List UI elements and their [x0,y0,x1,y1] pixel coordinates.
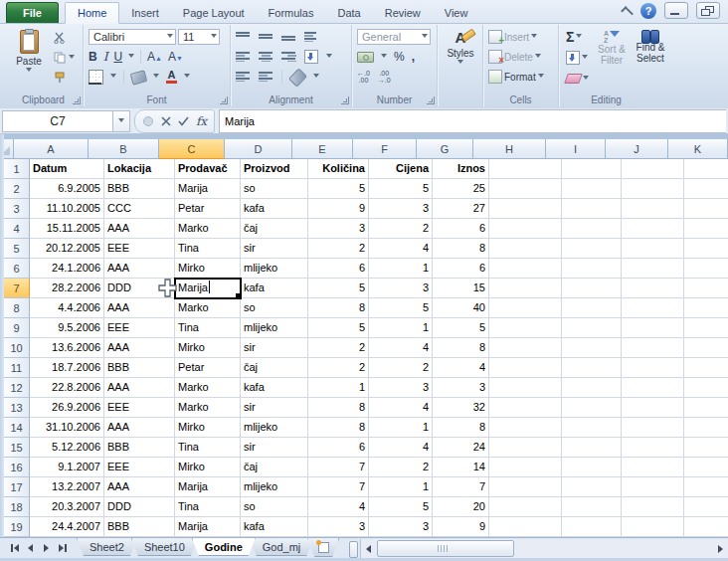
cell-H12[interactable] [489,378,562,398]
sheet-tab-god_mj[interactable]: God_mj [250,538,314,556]
cell-H17[interactable] [489,477,562,497]
cell-I5[interactable] [562,239,622,259]
cell-F6[interactable]: 1 [369,259,433,279]
clipboard-dialog-launcher-icon[interactable] [73,96,81,104]
cell-I10[interactable] [562,338,622,358]
alignment-dialog-launcher-icon[interactable] [341,96,349,104]
cell-H13[interactable] [489,398,562,418]
cell-I13[interactable] [562,398,622,418]
cell-K13[interactable] [684,398,728,418]
minimize-window-button[interactable] [664,2,688,19]
cell-H16[interactable] [489,458,562,477]
cell-G8[interactable]: 40 [433,298,489,318]
cut-button[interactable] [52,29,77,47]
column-header-E[interactable]: E [292,139,353,159]
row-header-16[interactable]: 16 [4,458,30,477]
cell-E15[interactable]: 6 [308,438,369,458]
paste-button[interactable]: Paste [9,27,49,91]
row-header-18[interactable]: 18 [4,497,30,517]
column-header-D[interactable]: D [225,139,292,159]
column-header-B[interactable]: B [89,139,159,159]
cell-I8[interactable] [562,298,622,318]
paste-dropdown-icon[interactable] [26,68,32,75]
cell-A9[interactable]: 9.5.2006 [30,318,104,338]
cell-J7[interactable] [622,279,684,298]
ribbon-tab-insert[interactable]: Insert [119,3,171,23]
cell-G6[interactable]: 6 [433,259,489,279]
cell-D2[interactable]: so [241,179,308,199]
cell-I6[interactable] [562,259,622,279]
cell-K2[interactable] [684,179,728,199]
cell-D14[interactable]: mlijeko [241,418,308,438]
middle-align-icon[interactable] [259,32,273,42]
cell-I17[interactable] [562,477,622,497]
cell-G9[interactable]: 5 [433,318,489,338]
cell-E9[interactable]: 5 [308,318,369,338]
cell-K15[interactable] [684,438,728,458]
cell-F15[interactable]: 4 [369,438,433,458]
cell-B6[interactable]: AAA [104,259,175,279]
fill-handle[interactable] [235,292,241,298]
align-left-icon[interactable] [236,52,251,62]
cell-F7[interactable]: 3 [369,279,433,298]
cell-C7[interactable]: Marija [175,279,241,298]
cell-J6[interactable] [622,259,684,279]
cell-J1[interactable] [622,159,684,179]
cell-I18[interactable] [562,497,622,517]
font-size-select[interactable]: 11 [178,29,220,45]
cell-B4[interactable]: AAA [104,219,175,239]
cell-J9[interactable] [622,318,684,338]
cell-K9[interactable] [684,318,728,338]
font-dialog-launcher-icon[interactable] [220,96,228,104]
row-header-4[interactable]: 4 [4,219,30,239]
styles-button[interactable]: A Styles [443,27,478,91]
cell-E10[interactable]: 2 [308,338,369,358]
row-header-14[interactable]: 14 [4,418,30,438]
cell-J3[interactable] [622,199,684,219]
cell-E3[interactable]: 9 [308,199,369,219]
cell-E5[interactable]: 2 [308,239,369,259]
cell-B14[interactable]: AAA [104,418,175,438]
cell-C14[interactable]: Mirko [175,418,241,438]
clear-button[interactable] [564,70,591,88]
ribbon-tab-data[interactable]: Data [325,3,372,23]
cell-J14[interactable] [622,418,684,438]
align-center-icon[interactable] [259,52,273,62]
cell-G18[interactable]: 20 [433,497,489,517]
cancel-entry-button[interactable] [157,112,174,130]
cell-F17[interactable]: 1 [369,477,433,497]
cell-J19[interactable] [622,517,684,537]
decrease-indent-icon[interactable] [236,72,251,82]
cell-I4[interactable] [562,219,622,239]
cell-G14[interactable]: 8 [433,418,489,438]
cell-K11[interactable] [684,358,728,378]
cell-J5[interactable] [622,239,684,259]
cell-J10[interactable] [622,338,684,358]
cell-C13[interactable]: Marko [175,398,241,418]
cell-K19[interactable] [684,517,728,537]
cell-H5[interactable] [489,239,562,259]
row-header-7[interactable]: 7 [4,279,30,298]
cell-I7[interactable] [562,279,622,298]
cell-H3[interactable] [489,199,562,219]
column-header-C[interactable]: C [159,139,225,159]
cell-D4[interactable]: čaj [241,219,308,239]
cell-K6[interactable] [684,259,728,279]
number-format-select[interactable]: General [357,29,431,45]
column-header-K[interactable]: K [668,139,728,159]
last-sheet-button[interactable] [56,542,69,555]
cell-A4[interactable]: 15.11.2005 [30,219,104,239]
cell-E7[interactable]: 5 [308,279,369,298]
next-sheet-button[interactable] [40,542,53,555]
ribbon-tab-file[interactable]: File [6,2,59,23]
cell-I12[interactable] [562,378,622,398]
cell-C2[interactable]: Marija [175,179,241,199]
cell-E17[interactable]: 7 [308,477,369,497]
row-header-17[interactable]: 17 [4,477,30,497]
cell-G15[interactable]: 24 [433,438,489,458]
cell-I15[interactable] [562,438,622,458]
formula-input[interactable]: Marija [219,109,726,133]
cell-A12[interactable]: 22.8.2006 [30,378,104,398]
column-header-I[interactable]: I [546,139,606,159]
cell-D18[interactable]: so [241,497,308,517]
